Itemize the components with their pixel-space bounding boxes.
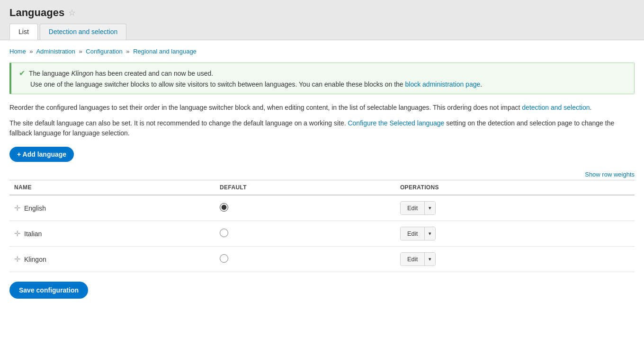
default-radio-cell-english [215, 195, 395, 221]
language-name-italian: Italian [24, 230, 42, 238]
table-row: ✛ Klingon Edit ▾ [9, 247, 635, 272]
breadcrumb: Home » Administration » Configuration » … [9, 48, 635, 55]
language-name-cell: ✛ Italian [9, 221, 215, 247]
message-line2: Use one of the language switcher blocks … [19, 80, 626, 88]
drag-handle-icon[interactable]: ✛ [14, 255, 20, 264]
detection-and-selection-link[interactable]: detection and selection [522, 104, 590, 111]
tab-detection-and-selection[interactable]: Detection and selection [40, 24, 127, 40]
message-line1-text: The language Klingon has been created an… [29, 70, 213, 77]
languages-table: NAME DEFAULT OPERATIONS ✛ English [9, 180, 635, 272]
col-header-default: DEFAULT [215, 180, 395, 195]
language-name-klingon: Klingon [24, 256, 46, 263]
tab-list[interactable]: List [9, 24, 38, 40]
edit-button-group-italian: Edit ▾ [400, 227, 436, 240]
save-configuration-button[interactable]: Save configuration [9, 282, 88, 299]
page-title: Languages [9, 7, 64, 19]
description-para2: The site default language can also be se… [9, 118, 635, 138]
breadcrumb-home[interactable]: Home [9, 48, 26, 55]
breadcrumb-sep-3: » [126, 48, 129, 55]
col-header-operations: OPERATIONS [395, 180, 635, 195]
default-radio-klingon[interactable] [220, 254, 228, 263]
operations-cell-italian: Edit ▾ [395, 221, 635, 247]
block-administration-link[interactable]: block administration page [405, 80, 481, 88]
table-header-row: NAME DEFAULT OPERATIONS [9, 180, 635, 195]
drag-handle-icon[interactable]: ✛ [14, 204, 20, 213]
edit-button-english[interactable]: Edit [401, 202, 424, 214]
add-language-button[interactable]: + Add language [9, 147, 74, 162]
operations-cell-klingon: Edit ▾ [395, 247, 635, 272]
edit-button-group-english: Edit ▾ [400, 201, 436, 215]
edit-dropdown-italian[interactable]: ▾ [424, 227, 435, 240]
success-message-box: ✔ The language Klingon has been created … [9, 62, 635, 94]
language-name-cell: ✛ English [9, 195, 215, 221]
default-radio-italian[interactable] [220, 229, 228, 237]
default-radio-cell-klingon [215, 247, 395, 272]
favorite-star-icon[interactable]: ☆ [68, 8, 76, 18]
edit-dropdown-english[interactable]: ▾ [424, 202, 435, 214]
breadcrumb-regional-and-language[interactable]: Regional and language [133, 48, 197, 55]
edit-dropdown-klingon[interactable]: ▾ [424, 253, 435, 266]
breadcrumb-administration[interactable]: Administration [36, 48, 75, 55]
operations-cell-english: Edit ▾ [395, 195, 635, 221]
default-radio-cell-italian [215, 221, 395, 247]
check-icon: ✔ [19, 69, 25, 78]
table-row: ✛ Italian Edit ▾ [9, 221, 635, 247]
row-weights-container: Show row weights [9, 170, 635, 178]
breadcrumb-configuration[interactable]: Configuration [86, 48, 122, 55]
breadcrumb-sep-2: » [79, 48, 82, 55]
tab-list: List Detection and selection [9, 24, 635, 40]
language-name-english: English [24, 204, 46, 212]
description-para1: Reorder the configured languages to set … [9, 103, 635, 113]
table-row: ✛ English Edit ▾ [9, 195, 635, 221]
main-content: Home » Administration » Configuration » … [0, 40, 644, 306]
col-header-name: NAME [9, 180, 215, 195]
configure-selected-language-link[interactable]: Configure the Selected language [348, 119, 444, 127]
edit-button-group-klingon: Edit ▾ [400, 252, 436, 266]
language-name-cell: ✛ Klingon [9, 247, 215, 272]
edit-button-klingon[interactable]: Edit [401, 253, 424, 266]
breadcrumb-sep-1: » [29, 48, 33, 55]
default-radio-english[interactable] [220, 203, 228, 212]
show-row-weights-link[interactable]: Show row weights [585, 171, 635, 178]
edit-button-italian[interactable]: Edit [401, 227, 424, 240]
page-header: Languages ☆ List Detection and selection [0, 0, 644, 40]
drag-handle-icon[interactable]: ✛ [14, 229, 20, 238]
